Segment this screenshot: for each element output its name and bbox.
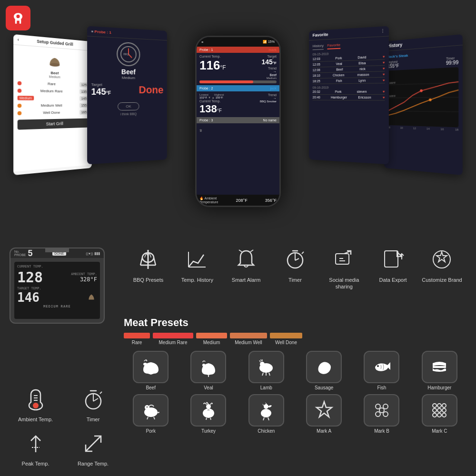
ambient-label: AMBIENT TEMP. [71, 272, 97, 276]
medium-rare-label: Medium Rare [159, 340, 187, 345]
meat-mark-a[interactable]: Mark A [297, 394, 351, 434]
feature-temp-history[interactable]: Temp. History [175, 245, 220, 283]
svg-point-56 [383, 404, 388, 409]
turkey-label: Turkey [201, 428, 216, 434]
medium-label: Medium [203, 340, 220, 345]
svg-text:160°F: 160°F [389, 81, 396, 84]
svg-point-66 [433, 413, 436, 417]
svg-point-48 [206, 404, 211, 409]
probe1-header: Probe : 1 mark [197, 47, 279, 53]
target-temp-label: TARGET TEMP. [17, 287, 97, 290]
screens-wrapper: ‹ Setup Guided Grill Beef Medium [0, 0, 476, 233]
svg-line-9 [387, 111, 458, 111]
doneness-medium: Medium [196, 333, 227, 345]
phone-bottom-bar: 🔥 AmbientTemperature 208°F 356°F [197, 195, 279, 206]
meat-lamb[interactable]: Lamb [239, 351, 293, 390]
data-export-label: Data Export [379, 277, 407, 283]
svg-point-65 [442, 408, 446, 412]
meat-fish[interactable]: Fish [355, 351, 408, 390]
svg-line-50 [210, 418, 211, 420]
blf-peak-temp[interactable]: Peak Temp. [10, 428, 61, 466]
hamburger-label: Hamburger [427, 385, 451, 390]
ambient-temp-icon [20, 384, 51, 415]
meat-hamburger[interactable]: Hamburger [413, 351, 466, 390]
bottom-section: No.PROBE 5 DONE ((●)) ▮▮▮ CURRENT TEMP. … [0, 233, 476, 476]
meat-mark-c[interactable]: Mark C [413, 394, 466, 434]
meat-veal[interactable]: Veal [181, 351, 235, 390]
blf-timer-label: Timer [87, 416, 100, 422]
svg-rect-41 [433, 366, 446, 368]
svg-point-64 [437, 408, 441, 412]
range-temp-label: Range Temp. [78, 461, 109, 466]
temp-history-label: Temp. History [181, 277, 213, 283]
meat-turkey[interactable]: Turkey [181, 394, 235, 434]
fish-label: Fish [377, 385, 387, 390]
svg-point-60 [433, 404, 436, 407]
logo[interactable] [6, 6, 30, 30]
top-section: ‹ Setup Guided Grill Beef Medium [0, 0, 476, 233]
svg-line-49 [206, 418, 207, 420]
probe2-header: Probe : 2 jack [197, 85, 279, 91]
start-grill-btn[interactable]: Start Grill [18, 119, 89, 130]
svg-line-80 [86, 436, 101, 451]
sausage-label: Sausage [315, 385, 333, 390]
feature-timer[interactable]: Timer [272, 245, 317, 283]
setup-guided-screen: ‹ Setup Guided Grill Beef Medium [13, 34, 92, 175]
feature-customize-brand[interactable]: Customize Brand [419, 245, 465, 283]
device-container: No.PROBE 5 DONE ((●)) ▮▮▮ CURRENT TEMP. … [10, 248, 114, 333]
probe-number: 5 [28, 248, 33, 258]
svg-point-67 [437, 413, 441, 417]
svg-line-22 [295, 258, 299, 260]
timer-icon [281, 245, 309, 274]
target-temp-value: 146 [17, 290, 40, 305]
blf-ambient-temp[interactable]: Ambient Temp. [10, 384, 61, 422]
svg-point-33 [202, 364, 205, 367]
svg-line-75 [93, 398, 98, 401]
feature-smart-alarm[interactable]: Smart Alarm [224, 245, 269, 283]
svg-line-77 [100, 392, 102, 394]
medium-well-bar [230, 333, 267, 338]
svg-line-54 [268, 417, 269, 420]
feature-data-export[interactable]: Data Export [370, 245, 416, 283]
feature-social-media[interactable]: Social media sharing [321, 245, 367, 290]
features-row: BBQ Presets Temp. History [124, 245, 466, 290]
probe-mark-content: BBQ Beef Medium Target 145°F Done OK [87, 36, 167, 161]
center-phone: ≡ ? 📶 15% Probe : 1 mark Current Temp. [195, 36, 281, 207]
probe1-display: Current Temp. 116°F Target 145°F Trend →… [197, 53, 279, 85]
meat-chicken[interactable]: Chicken [239, 394, 293, 434]
meat-presets-section: Meat Presets Rare Medium Rare Medium Med… [124, 317, 466, 434]
rare-label: Rare [132, 340, 142, 345]
hamburger-icon-box [422, 351, 457, 383]
back-icon: ‹ [18, 37, 19, 42]
favorite-content: History Favorite 09-15-2019 12:03PorkDav… [309, 36, 389, 161]
svg-point-58 [383, 412, 388, 416]
svg-point-69 [33, 403, 39, 408]
phone-mockup: ≡ ? 📶 15% Probe : 1 mark Current Temp. [195, 36, 281, 207]
probe3-display: 🗑 [197, 123, 279, 135]
bottom-left-features: Ambient Temp. Timer [10, 384, 119, 466]
meat-pork[interactable]: Pork [124, 394, 178, 434]
current-temp-value: 128 [17, 269, 43, 286]
fish-icon-box [364, 351, 399, 383]
mark-c-icon-box [422, 394, 457, 426]
turkey-icon-box [190, 394, 226, 426]
ambient-temp-value: 328°F [71, 276, 97, 283]
svg-point-3 [16, 15, 20, 18]
blf-range-temp[interactable]: Range Temp. [67, 428, 119, 466]
meat-sausage[interactable]: Sausage [297, 351, 351, 390]
chicken-label: Chicken [258, 428, 275, 434]
history-screen: History Jack's Steak Highest155°F Timer9… [384, 34, 463, 175]
svg-line-46 [154, 417, 155, 419]
smart-alarm-icon [232, 245, 260, 274]
meat-mark-b[interactable]: Mark B [355, 394, 408, 434]
feature-bbq-presets[interactable]: BBQ Presets [126, 245, 171, 283]
svg-rect-29 [385, 251, 398, 267]
svg-rect-1 [15, 22, 17, 24]
meat-beef[interactable]: Beef [124, 351, 178, 390]
favorite-screen: Favorite ⋮ History Favorite 09-15-2019 1… [309, 26, 389, 165]
blf-timer[interactable]: Timer [67, 384, 119, 422]
chicken-icon-box [248, 394, 284, 426]
peak-temp-icon [20, 428, 51, 459]
blf-grid: Ambient Temp. Timer [10, 384, 119, 466]
medium-well-label: Medium Well [235, 340, 262, 345]
